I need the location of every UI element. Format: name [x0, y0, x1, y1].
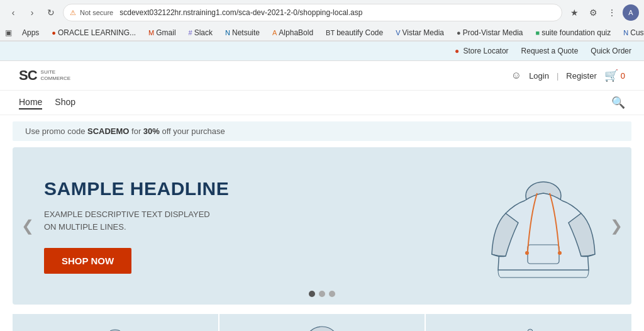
bookmark-alphabold[interactable]: A AlphaBold	[269, 27, 317, 38]
bookmark-netsuite[interactable]: N Netsuite	[221, 27, 264, 38]
profile-avatar[interactable]: A	[623, 4, 639, 21]
login-link[interactable]: Login	[529, 71, 549, 81]
promo-bar: Use promo code SCADEMO for 30% off your …	[13, 121, 631, 141]
prod-vistar-icon: ●	[457, 29, 461, 36]
reload-button[interactable]: ↻	[43, 4, 59, 21]
custom-entry-icon: N	[623, 29, 628, 36]
bookmark-star-button[interactable]: ★	[566, 4, 582, 21]
bookmark-gmail[interactable]: M Gmail	[145, 27, 180, 38]
address-bar[interactable]: ⚠ Not secure scdevext032122hr.nstraining…	[63, 4, 562, 21]
register-link[interactable]: Register	[566, 71, 596, 81]
bookmark-suite-quiz[interactable]: ■ suite foundation quiz	[532, 27, 615, 38]
hero-description: EXAMPLE DESCRIPTIVE TEXT DISPLAYED ON MU…	[44, 208, 220, 233]
bookmark-oracle[interactable]: ● ORACLE LEARNING...	[48, 27, 140, 38]
slider-dot-2[interactable]	[319, 291, 325, 297]
bookmark-slack[interactable]: # Slack	[185, 27, 216, 38]
gmail-icon: M	[148, 29, 154, 36]
browser-actions: ★ ⚙ ⋮ A	[566, 4, 639, 21]
nav-buttons: ‹ › ↻	[5, 4, 59, 21]
nav-shop[interactable]: Shop	[55, 96, 75, 109]
beautify-icon: BT	[326, 29, 335, 36]
netsuite-icon: N	[225, 29, 230, 36]
bookmark-prod-vistar[interactable]: ● Prod-Vistar Media	[453, 27, 526, 38]
vistar-icon: V	[396, 29, 400, 36]
suite-quiz-icon: ■	[536, 29, 540, 36]
category-card-2[interactable]	[219, 314, 426, 331]
hat-icon	[90, 320, 140, 331]
slider-content: SAMPLE HEADLINE EXAMPLE DESCRIPTIVE TEXT…	[13, 153, 468, 299]
glove-icon	[504, 320, 554, 331]
cart-count: 0	[621, 71, 625, 81]
logo-tagline: SUITE COMMERCE	[41, 69, 71, 82]
store-locator-link[interactable]: ● Store Locator	[455, 47, 509, 55]
nav-home[interactable]: Home	[19, 96, 42, 109]
menu-button[interactable]: ⋮	[604, 4, 620, 21]
user-icon: ☺	[511, 70, 521, 81]
cart-icon: 🛒	[604, 69, 618, 82]
site-nav: Home Shop 🔍	[0, 91, 644, 115]
site-top-bar: ● Store Locator Request a Quote Quick Or…	[0, 42, 644, 61]
site-logo[interactable]: SC SUITE COMMERCE	[19, 67, 70, 84]
bookmark-apps[interactable]: Apps	[18, 27, 43, 38]
logo-line2: COMMERCE	[41, 76, 71, 81]
location-icon: ●	[455, 47, 459, 55]
hoodie-illustration	[480, 157, 606, 295]
nav-links: Home Shop	[19, 96, 75, 109]
category-row	[13, 314, 631, 331]
bookmark-vistar[interactable]: V Vistar Media	[392, 27, 448, 38]
url-text: scdevext032122hr.nstraining1.com/sca-dev…	[119, 8, 555, 17]
slider-dot-1[interactable]	[309, 291, 315, 297]
promo-code: SCADEMO	[87, 126, 129, 136]
slider-dot-3[interactable]	[329, 291, 335, 297]
slider-dots	[309, 291, 335, 297]
category-card-1[interactable]	[13, 314, 219, 331]
svg-point-6	[304, 327, 340, 331]
shop-now-button[interactable]: Shop Now	[44, 248, 131, 274]
site-header: SC SUITE COMMERCE ☺ Login | Register 🛒 0	[0, 61, 644, 91]
browser-chrome: ‹ › ↻ ⚠ Not secure scdevext032122hr.nstr…	[0, 0, 644, 42]
hero-headline: SAMPLE HEADLINE	[44, 178, 436, 199]
slack-icon: #	[189, 29, 192, 36]
apps-icon: ▣	[5, 28, 12, 37]
back-button[interactable]: ‹	[5, 4, 21, 21]
cart-button[interactable]: 🛒 0	[604, 69, 625, 82]
promo-middle: for	[129, 126, 143, 136]
oracle-icon: ●	[52, 29, 56, 36]
browser-nav: ‹ › ↻ ⚠ Not secure scdevext032122hr.nstr…	[0, 0, 644, 25]
quick-order-link[interactable]: Quick Order	[591, 47, 631, 55]
svg-point-2	[525, 251, 529, 255]
bookmarks-bar: ▣ Apps ● ORACLE LEARNING... M Gmail # Sl…	[0, 25, 644, 41]
header-right: ☺ Login | Register 🛒 0	[511, 69, 625, 82]
bookmark-custom-entry[interactable]: N Custom Entry Form...	[619, 27, 644, 38]
security-label: Not secure	[80, 9, 113, 16]
logo-sc-text: SC	[19, 67, 37, 84]
category-card-3[interactable]	[426, 314, 631, 331]
extensions-button[interactable]: ⚙	[585, 4, 601, 21]
separator: |	[557, 71, 558, 81]
promo-suffix: off your purchase	[160, 126, 225, 136]
alphabold-icon: A	[272, 29, 277, 36]
face-icon	[297, 320, 347, 331]
slider-prev-button[interactable]: ❮	[15, 211, 40, 241]
hero-slider: ❮ SAMPLE HEADLINE EXAMPLE DESCRIPTIVE TE…	[13, 147, 631, 305]
logo-line1: SUITE	[41, 69, 56, 75]
svg-point-3	[558, 251, 562, 255]
request-quote-link[interactable]: Request a Quote	[521, 47, 579, 55]
slider-next-button[interactable]: ❯	[604, 211, 629, 241]
search-button[interactable]: 🔍	[611, 96, 625, 109]
bookmark-beautify[interactable]: BT beautify Code	[322, 27, 387, 38]
security-icon: ⚠	[70, 9, 76, 17]
forward-button[interactable]: ›	[24, 4, 40, 21]
promo-prefix: Use promo code	[25, 126, 87, 136]
promo-discount: 30%	[143, 126, 160, 136]
